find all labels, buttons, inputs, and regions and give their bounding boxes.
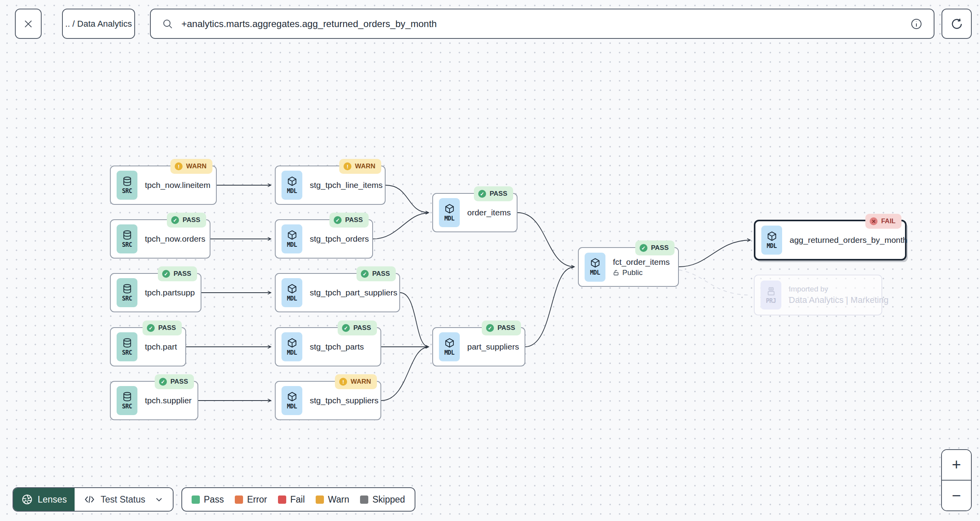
check-icon: ✓: [486, 324, 494, 332]
node-fct-order-items[interactable]: ✓ PASS MDL fct_order_items Public: [578, 247, 679, 287]
status-badge: ✓ PASS: [482, 321, 521, 335]
access-sublabel: Public: [613, 268, 670, 277]
info-icon[interactable]: [910, 18, 923, 30]
chip-label: PRJ: [766, 297, 776, 304]
chip-label: MDL: [287, 188, 297, 195]
status-badge: ✕ FAIL: [865, 214, 901, 229]
search-icon: [162, 18, 174, 30]
cube-icon: [767, 231, 777, 241]
chip-label: SRC: [122, 241, 132, 248]
legend-item-fail: Fail: [278, 494, 305, 505]
node-stg-tpch-parts[interactable]: ✓ PASS MDL stg_tpch_parts: [275, 327, 381, 366]
lenses-label: Lenses: [38, 494, 67, 505]
status-badge-label: PASS: [372, 270, 390, 278]
node-label: fct_order_items: [613, 257, 670, 267]
node-stg-tpch-suppliers[interactable]: ! WARN MDL stg_tpch_suppliers: [275, 381, 381, 420]
node-label: stg_tpch_suppliers: [310, 396, 378, 405]
fail-icon: ✕: [870, 217, 878, 225]
legend-label: Skipped: [372, 494, 405, 505]
zoom-control: + −: [941, 449, 972, 511]
refresh-icon: [950, 17, 964, 31]
model-chip: MDL: [585, 253, 605, 282]
error-swatch: [235, 495, 243, 504]
status-badge-label: PASS: [353, 324, 371, 332]
node-order-items[interactable]: ✓ PASS MDL order_items: [432, 193, 517, 232]
aperture-icon: [21, 494, 33, 505]
status-badge-label: PASS: [651, 244, 669, 252]
lineage-canvas[interactable]: ! WARN SRC tpch_now.lineitem ! WARN MDL …: [0, 0, 980, 521]
search-bar[interactable]: [150, 9, 934, 39]
search-input[interactable]: [181, 18, 902, 29]
lenses-control: Lenses Test Status: [13, 487, 174, 512]
chip-label: SRC: [122, 188, 132, 195]
database-icon: [122, 284, 132, 294]
node-tpch-partsupp[interactable]: ✓ PASS SRC tpch.partsupp: [110, 273, 201, 312]
database-icon: [122, 338, 132, 348]
status-badge: ! WARN: [339, 159, 381, 174]
legend-item-error: Error: [235, 494, 267, 505]
close-button[interactable]: [15, 9, 42, 39]
status-badge: ✓ PASS: [143, 321, 182, 335]
access-label: Public: [622, 268, 643, 277]
breadcrumb[interactable]: .. / Data Analytics: [62, 9, 135, 39]
legend-item-pass: Pass: [192, 494, 224, 505]
chevron-down-icon: [155, 495, 163, 504]
cube-icon: [444, 204, 455, 214]
lenses-button[interactable]: Lenses: [13, 488, 75, 511]
imported-by-projects: Data Analytics | Marketing: [789, 295, 889, 305]
node-label: tpch.partsupp: [145, 288, 195, 297]
status-badge: ✓ PASS: [329, 213, 369, 228]
node-agg-returned-orders-by-month[interactable]: ✕ FAIL MDL agg_returned_orders_by_month: [754, 220, 907, 260]
model-chip: MDL: [282, 171, 302, 200]
check-icon: ✓: [334, 216, 342, 224]
node-imported-by-project[interactable]: PRJ Imported by Data Analytics | Marketi…: [754, 275, 882, 315]
lens-selector-label: Test Status: [101, 494, 145, 505]
status-badge-label: PASS: [183, 216, 200, 224]
project-icon: [766, 286, 776, 296]
node-label: stg_tpch_part_suppliers: [310, 288, 397, 297]
node-tpch-now-orders[interactable]: ✓ PASS SRC tpch_now.orders: [110, 219, 210, 259]
model-chip: MDL: [282, 224, 302, 253]
cube-icon: [287, 176, 297, 186]
test-status-legend: Pass Error Fail Warn Skipped: [181, 487, 415, 512]
status-badge: ✓ PASS: [155, 374, 194, 389]
cube-icon: [287, 230, 297, 240]
legend-label: Fail: [290, 494, 305, 505]
model-chip: MDL: [282, 332, 302, 361]
legend-label: Pass: [204, 494, 224, 505]
zoom-in-button[interactable]: +: [942, 450, 971, 480]
legend-item-skipped: Skipped: [360, 494, 405, 505]
check-icon: ✓: [342, 324, 350, 332]
chip-label: MDL: [444, 349, 455, 356]
cube-icon: [287, 338, 297, 348]
status-badge-label: FAIL: [881, 217, 896, 225]
source-chip: SRC: [117, 386, 137, 415]
status-badge: ! WARN: [170, 159, 212, 174]
node-part-suppliers[interactable]: ✓ PASS MDL part_suppliers: [432, 327, 525, 366]
status-badge-label: PASS: [490, 190, 507, 198]
zoom-out-button[interactable]: −: [942, 481, 971, 510]
source-chip: SRC: [117, 278, 137, 307]
close-icon: [23, 18, 34, 29]
database-icon: [122, 176, 132, 186]
node-tpch-supplier[interactable]: ✓ PASS SRC tpch.supplier: [110, 381, 198, 420]
node-stg-tpch-part-suppliers[interactable]: ✓ PASS MDL stg_tpch_part_suppliers: [275, 273, 400, 312]
status-badge: ✓ PASS: [167, 213, 206, 228]
chip-label: MDL: [287, 403, 297, 410]
lens-selector[interactable]: Test Status: [75, 488, 173, 511]
node-label: agg_returned_orders_by_month: [790, 235, 907, 245]
status-badge-label: PASS: [158, 324, 176, 332]
node-label: part_suppliers: [467, 342, 519, 352]
chip-label: MDL: [287, 241, 297, 248]
node-tpch-now-lineitem[interactable]: ! WARN SRC tpch_now.lineitem: [110, 166, 217, 205]
node-stg-tpch-orders[interactable]: ✓ PASS MDL stg_tpch_orders: [275, 219, 373, 259]
legend-item-warn: Warn: [316, 494, 349, 505]
refresh-button[interactable]: [942, 9, 972, 39]
node-tpch-part[interactable]: ✓ PASS SRC tpch.part: [110, 327, 186, 366]
node-stg-tpch-line-items[interactable]: ! WARN MDL stg_tpch_line_items: [275, 166, 386, 205]
node-label: stg_tpch_line_items: [310, 180, 383, 190]
legend-label: Warn: [328, 494, 349, 505]
status-badge: ✓ PASS: [158, 266, 197, 281]
imported-by-caption: Imported by: [789, 285, 889, 293]
cube-icon: [444, 338, 455, 348]
